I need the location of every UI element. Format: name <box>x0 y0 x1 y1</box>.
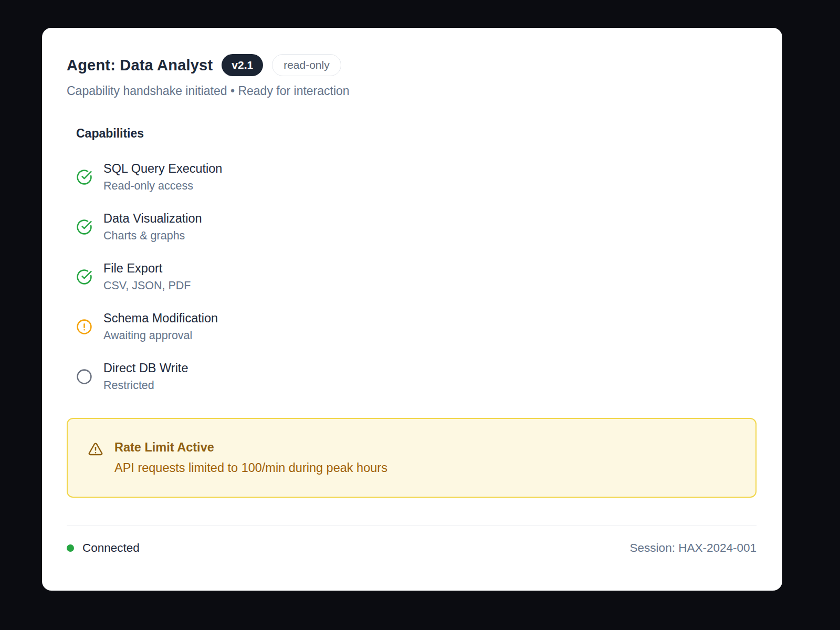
warning-text-block: Rate Limit Active API requests limited t… <box>114 440 387 475</box>
capability-item: Schema Modification Awaiting approval <box>76 311 757 342</box>
connection-status-label: Connected <box>82 541 140 555</box>
warning-triangle-icon <box>88 442 103 457</box>
handshake-status-text: Capability handshake initiated • Ready f… <box>67 84 757 98</box>
rate-limit-banner: Rate Limit Active API requests limited t… <box>67 418 757 498</box>
capability-title: Schema Modification <box>103 311 218 326</box>
capability-subtitle: Read-only access <box>103 180 222 193</box>
capability-subtitle: CSV, JSON, PDF <box>103 279 191 292</box>
warning-message: API requests limited to 100/min during p… <box>114 461 387 475</box>
footer-divider <box>67 526 757 526</box>
check-circle-icon <box>76 269 92 285</box>
capability-item: SQL Query Execution Read-only access <box>76 162 757 193</box>
capabilities-section: Capabilities SQL Query Execution Read-on… <box>76 127 757 392</box>
capability-item: File Export CSV, JSON, PDF <box>76 261 757 292</box>
card-footer: Connected Session: HAX-2024-001 <box>67 541 757 555</box>
session-id-label: Session: HAX-2024-001 <box>630 541 757 555</box>
check-circle-icon <box>76 219 92 235</box>
capability-subtitle: Charts & graphs <box>103 229 202 243</box>
connection-status: Connected <box>67 541 140 555</box>
connected-dot-icon <box>67 544 74 552</box>
empty-circle-icon <box>76 369 92 385</box>
warning-title: Rate Limit Active <box>114 440 387 455</box>
page-background: Agent: Data Analyst v2.1 read-only Capab… <box>0 0 840 630</box>
card-header: Agent: Data Analyst v2.1 read-only <box>67 54 757 76</box>
version-badge: v2.1 <box>222 54 263 76</box>
alert-circle-icon <box>76 319 92 335</box>
capability-title: File Export <box>103 261 191 276</box>
agent-title: Agent: Data Analyst <box>67 57 213 74</box>
check-circle-icon <box>76 169 92 185</box>
mode-badge: read-only <box>272 54 341 76</box>
capabilities-list: SQL Query Execution Read-only access Dat… <box>76 162 757 392</box>
capability-item: Data Visualization Charts & graphs <box>76 212 757 243</box>
agent-card: Agent: Data Analyst v2.1 read-only Capab… <box>42 28 782 591</box>
capability-title: Direct DB Write <box>103 361 188 375</box>
capability-subtitle: Restricted <box>103 379 188 392</box>
capability-title: Data Visualization <box>103 212 202 226</box>
capability-title: SQL Query Execution <box>103 162 222 176</box>
capability-item: Direct DB Write Restricted <box>76 361 757 392</box>
capabilities-heading: Capabilities <box>76 127 757 141</box>
capability-subtitle: Awaiting approval <box>103 329 218 342</box>
